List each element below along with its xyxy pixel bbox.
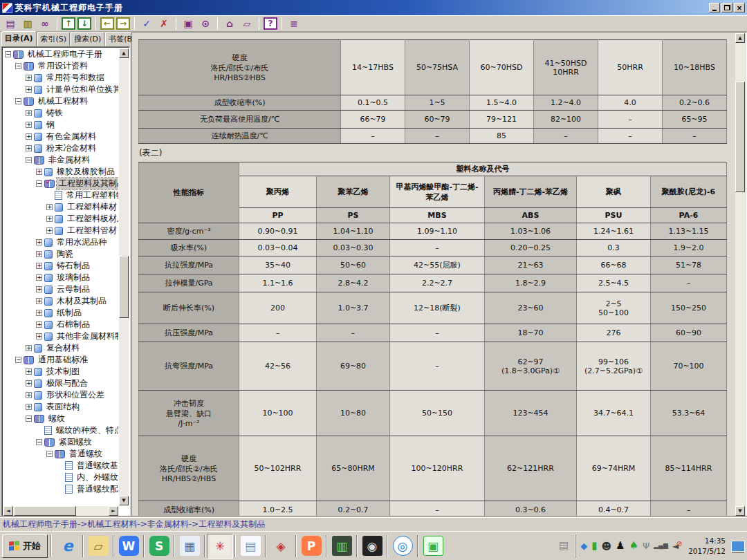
tree-item[interactable]: +木材及其制品	[3, 295, 118, 307]
tree-item[interactable]: 普通螺纹基本牙	[3, 460, 118, 472]
page-down-icon[interactable]: ↓	[77, 17, 91, 30]
water-badge-app-button[interactable]: ◎	[389, 534, 416, 559]
library-book-icon[interactable]: ▥	[20, 17, 35, 30]
scroll-left-icon[interactable]: ◄	[3, 506, 13, 516]
tree-item[interactable]: −螺纹	[3, 413, 118, 424]
forward-icon[interactable]: →	[116, 17, 130, 30]
power-plug-icon[interactable]: Ψ	[643, 541, 649, 550]
restore-button[interactable]	[721, 3, 732, 12]
sync-cube-icon[interactable]: ◆	[580, 541, 587, 550]
tree-item[interactable]: −✓工程塑料及其制品	[3, 178, 118, 189]
tree-item[interactable]: +石棉制品	[3, 319, 118, 330]
tree-item[interactable]: +常用符号和数据	[3, 72, 118, 84]
contents-book-icon[interactable]: ▤	[3, 17, 18, 30]
collapse-icon[interactable]: −	[15, 98, 21, 104]
start-button[interactable]: 开始	[2, 534, 48, 558]
wps-presentation-button[interactable]: P	[298, 534, 324, 559]
expand-icon[interactable]: +	[36, 274, 42, 281]
tree-item[interactable]: +其他非金属材料制品	[3, 330, 118, 342]
collapse-icon[interactable]: −	[15, 357, 21, 363]
tree-item[interactable]: +极限与配合	[3, 377, 118, 389]
collapse-icon[interactable]: −	[26, 416, 32, 422]
notepad-button[interactable]: ▤	[237, 534, 264, 559]
search-binoculars-icon[interactable]: ∞	[37, 17, 53, 30]
tree-scroll-thumb[interactable]	[119, 256, 129, 318]
expand-icon[interactable]: +	[36, 239, 42, 245]
tab-index[interactable]: 索引(S)	[37, 32, 71, 46]
media-player-button[interactable]: ◈	[268, 534, 294, 559]
signal-bars-icon[interactable]: ▂▄▆	[654, 543, 668, 549]
scroll-right-icon[interactable]: ►	[109, 506, 118, 516]
copy-page-icon[interactable]: ▱	[239, 17, 255, 30]
expand-icon[interactable]: +	[36, 298, 42, 304]
tree-item[interactable]: +工程塑料管材	[3, 225, 118, 236]
panda-icon[interactable]: ☻	[601, 541, 611, 551]
tree-item[interactable]: +计量单位和单位换算	[3, 84, 118, 95]
expand-icon[interactable]: +	[26, 368, 32, 375]
shield-360-icon[interactable]: ♠	[629, 541, 638, 551]
tree-item[interactable]: +常用水泥品种	[3, 236, 118, 248]
tree-item[interactable]: +铸石制品	[3, 260, 118, 272]
expand-icon[interactable]: +	[26, 404, 32, 410]
ie-browser-button[interactable]: e	[55, 534, 81, 559]
doc-search-icon[interactable]: ⊙	[198, 17, 213, 30]
handbook-app-button[interactable]: ✳	[207, 534, 233, 559]
expand-icon[interactable]: +	[26, 380, 32, 386]
tree-item[interactable]: −普通螺纹	[3, 448, 118, 460]
tree-item[interactable]: +工程塑料棒材	[3, 201, 118, 213]
tree-item[interactable]: +纸制品	[3, 307, 118, 319]
wps-sheets-button[interactable]: S	[146, 534, 172, 559]
tree-item[interactable]: −机械工程师电子手册	[3, 48, 118, 60]
expand-icon[interactable]: +	[36, 263, 42, 269]
clipboard-icon[interactable]: ▣	[181, 17, 196, 30]
tree-item[interactable]: 常用工程塑料物理	[3, 189, 118, 201]
back-icon[interactable]: ←	[100, 17, 114, 30]
tree-item[interactable]: +云母制品	[3, 283, 118, 295]
help-icon[interactable]: ?	[264, 17, 277, 30]
expand-icon[interactable]: +	[46, 227, 53, 234]
wps-writer-button[interactable]: W	[116, 534, 142, 559]
qq-penguin-icon[interactable]: ♟	[616, 541, 625, 551]
volume-muted-icon[interactable]: ◄⊘	[672, 542, 679, 550]
scroll-up-icon[interactable]: ▲	[119, 48, 129, 58]
content-vertical-scrollbar[interactable]: ▲ ▼	[735, 33, 746, 516]
tree-item[interactable]: 内、外螺纹公差	[3, 472, 118, 483]
tree-hscroll-thumb[interactable]	[14, 506, 76, 516]
expand-icon[interactable]: +	[36, 321, 42, 328]
tree-item[interactable]: +铸铁	[3, 107, 118, 119]
tree-item[interactable]: −机械工程材料	[3, 95, 118, 107]
expand-icon[interactable]: +	[26, 110, 32, 116]
tree-horizontal-scrollbar[interactable]: ◄ ►	[3, 506, 118, 516]
tree-item[interactable]: 螺纹的种类、特点和应	[3, 424, 118, 436]
explorer-folder-button[interactable]: ▱	[85, 534, 111, 559]
home-icon[interactable]: ⌂	[222, 17, 237, 30]
expand-icon[interactable]: +	[26, 122, 32, 128]
show-desktop-icon[interactable]	[731, 541, 745, 552]
tree-item[interactable]: +粉末冶金材料	[3, 142, 118, 154]
tree-item[interactable]: +工程塑料板材及薄	[3, 213, 118, 225]
collapse-icon[interactable]: −	[36, 180, 42, 187]
expand-icon[interactable]: +	[26, 145, 32, 151]
collapse-icon[interactable]: −	[36, 439, 42, 445]
tree-item[interactable]: +技术制图	[3, 366, 118, 377]
camera-capture-button[interactable]: ◉	[359, 534, 385, 559]
scroll-down-icon[interactable]: ▼	[119, 496, 129, 505]
tree-item[interactable]: +有色金属材料	[3, 131, 118, 142]
printer-icon[interactable]: ▤	[559, 541, 569, 551]
frame-app-button[interactable]: ▣	[420, 534, 446, 559]
content-scroll-thumb[interactable]	[735, 82, 745, 192]
collapse-icon[interactable]: −	[26, 157, 32, 163]
battery-icon[interactable]: ▮	[591, 541, 597, 551]
tree-item[interactable]: +玻璃制品	[3, 272, 118, 283]
minimize-button[interactable]	[709, 3, 720, 12]
doc-delete-icon[interactable]: ✗	[156, 17, 172, 30]
tree-item[interactable]: +表面结构	[3, 401, 118, 413]
tree-vertical-scrollbar[interactable]: ▲ ▼	[119, 48, 129, 505]
tree-item[interactable]: +复合材料	[3, 342, 118, 354]
expand-icon[interactable]: +	[46, 204, 53, 210]
expand-icon[interactable]: +	[26, 392, 32, 398]
collapse-icon[interactable]: −	[46, 451, 53, 457]
calculator-button[interactable]: ▦	[176, 534, 203, 559]
expand-icon[interactable]: +	[36, 333, 42, 339]
tree-item[interactable]: −常用设计资料	[3, 60, 118, 72]
